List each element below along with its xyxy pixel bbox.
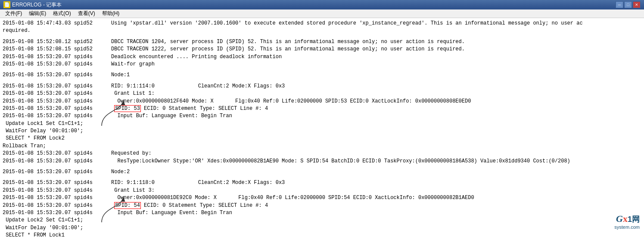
log-line-17: 2015-01-08 15:53:20.07 spid4s Grant List…: [3, 187, 641, 194]
menu-edit[interactable]: 编辑(E): [25, 9, 50, 18]
title-bar-icon: 📄: [3, 1, 10, 8]
watermark-x-letter: x: [623, 213, 628, 224]
log-line-15: 2015-01-08 15:53:20.07 spid4s Node:2: [3, 168, 641, 176]
watermark: G x 1网: [616, 213, 640, 224]
log-line-14: 2015-01-08 15:53:20.07 spid4s ResType:Lo…: [3, 158, 641, 165]
title-bar-text: ERRORLOG - 记事本: [12, 1, 62, 9]
log-line-empty-5: [3, 176, 641, 179]
log-line-4: 2015-01-08 15:52:08.15 spid52 DBCC TRACE…: [3, 46, 641, 53]
watermark-g-letter: G: [616, 213, 623, 224]
minimize-button[interactable]: ─: [616, 1, 623, 8]
menu-format[interactable]: 格式(O): [50, 9, 74, 18]
log-line-10: 2015-01-08 15:53:20.07 spid4s Owner:0x00…: [3, 98, 641, 105]
log-line-empty-3: [3, 79, 641, 83]
watermark-1-text: 1网: [628, 214, 640, 224]
log-line-1: 2015-01-08 15:47:43.03 spid52 Using 'xps…: [3, 20, 641, 27]
log-line-7: 2015-01-08 15:53:20.07 spid4s Node:1: [3, 72, 641, 79]
log-line-rollback-1: Rollback Tran;: [3, 143, 641, 150]
log-line-3: 2015-01-08 15:52:08.12 spid52 DBCC TRACE…: [3, 38, 641, 46]
log-line-19: 2015-01-08 15:53:20.07 spid4s SPID: 54 E…: [3, 202, 641, 209]
spid54-box: SPID: 54: [114, 202, 141, 209]
title-bar[interactable]: 📄 ERRORLOG - 记事本 ─ □ ✕: [0, 0, 644, 9]
log-line-18: 2015-01-08 15:53:20.07 spid4s Owner:0x00…: [3, 194, 641, 202]
spid53-box: SPID: 53: [114, 105, 141, 112]
log-line-5: 2015-01-08 15:53:20.07 spid4s Deadlock e…: [3, 53, 641, 61]
maximize-button[interactable]: □: [624, 1, 632, 8]
menu-file[interactable]: 文件(F): [2, 9, 25, 18]
menu-view[interactable]: 查看(V): [75, 9, 99, 18]
log-line-12: 2015-01-08 15:53:20.07 spid4s Input Buf:…: [3, 112, 641, 120]
log-line-empty-2: [3, 68, 641, 72]
log-line-8: 2015-01-08 15:53:20.07 spid4s RID: 9:1:1…: [3, 83, 641, 90]
code-block-1: Update Lock1 Set C1=C1+1;: [3, 120, 641, 128]
code-block-6: SELECT * FROM Lock1: [3, 232, 641, 237]
watermark-url: system.com: [614, 224, 640, 230]
log-line-empty-1: [3, 35, 641, 38]
code-block-4: Update Lock2 Set C1=C1+1;: [3, 217, 641, 224]
menu-bar: 文件(F) 编辑(E) 格式(O) 查看(V) 帮助(H): [0, 9, 644, 18]
title-bar-buttons: ─ □ ✕: [616, 1, 641, 8]
content-area: 2015-01-08 15:47:43.03 spid52 Using 'xps…: [0, 18, 644, 237]
log-line-empty-4: [3, 165, 641, 168]
log-line-2: required.: [3, 27, 641, 34]
menu-help[interactable]: 帮助(H): [99, 9, 123, 18]
log-line-11: 2015-01-08 15:53:20.07 spid4s SPID: 53 E…: [3, 105, 641, 112]
code-block-3: SELECT * FROM Lock2: [3, 135, 641, 142]
log-line-13: 2015-01-08 15:53:20.07 spid4s Requested …: [3, 150, 641, 157]
code-block-2: WaitFor Delay '00:01:00';: [3, 128, 641, 135]
code-block-5: WaitFor Delay '00:01:00';: [3, 224, 641, 232]
log-line-9: 2015-01-08 15:53:20.07 spid4s Grant List…: [3, 90, 641, 97]
log-line-6: 2015-01-08 15:53:20.07 spid4s Wait-for g…: [3, 61, 641, 68]
log-line-20: 2015-01-08 15:53:20.07 spid4s Input Buf:…: [3, 209, 641, 217]
log-line-16: 2015-01-08 15:53:20.07 spid4s RID: 9:1:1…: [3, 179, 641, 187]
close-button[interactable]: ✕: [633, 1, 641, 8]
